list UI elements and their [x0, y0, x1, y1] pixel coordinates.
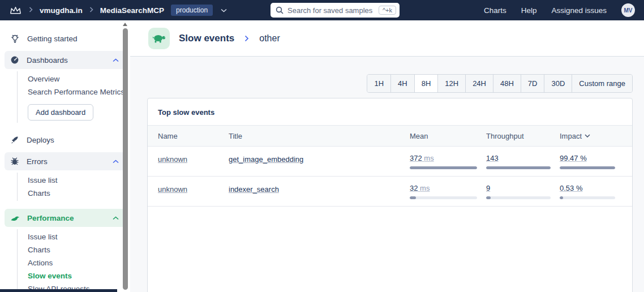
sidebar-section-performance[interactable]: Performance	[5, 209, 126, 227]
sidebar-item-perf-slow-events[interactable]: Slow events	[18, 269, 130, 282]
sidebar-item-overview[interactable]: Overview	[18, 72, 130, 85]
sidebar-sublist-dashboards: Overview Search Performance Metrics Add …	[17, 71, 130, 123]
scrollbar-up-arrow[interactable]	[123, 23, 127, 26]
chevron-up-icon	[113, 160, 119, 164]
table-row: unknown get_image_embedding 372 ms 143 9…	[148, 147, 632, 177]
table-header-row: Name Title Mean Throughput Impact	[148, 126, 632, 147]
sidebar-section-errors[interactable]: Errors	[5, 152, 126, 170]
search-box[interactable]: ^+k	[271, 3, 400, 18]
event-title-link[interactable]: get_image_embedding	[229, 155, 303, 164]
throughput-bar	[486, 196, 551, 199]
event-title-link[interactable]: indexer_search	[229, 185, 279, 194]
chevron-right-icon	[89, 7, 93, 14]
throughput-cell: 9	[486, 184, 560, 199]
impact-cell: 0.53 %	[560, 184, 624, 199]
horizontal-scrollbar-thumb[interactable]	[0, 289, 117, 292]
top-slow-events-panel: Top slow events Name Title Mean Throughp…	[147, 98, 633, 292]
mean-value-link[interactable]: 32 ms	[410, 184, 477, 192]
time-range-8h[interactable]: 8H	[414, 75, 438, 92]
sidebar-section-dashboards[interactable]: Dashboards	[5, 51, 126, 69]
bug-icon	[10, 157, 19, 166]
page-header: Slow events other	[130, 20, 644, 57]
time-range-selector: 1H 4H 8H 12H 24H 48H 7D 30D Custom range	[367, 74, 633, 93]
time-range-48h[interactable]: 48H	[493, 75, 521, 92]
scoutapm-logo-icon[interactable]	[9, 5, 22, 15]
time-range-7d[interactable]: 7D	[521, 75, 544, 92]
column-header-title[interactable]: Title	[229, 132, 410, 140]
bird-icon	[10, 214, 20, 222]
sidebar-item-perf-charts[interactable]: Charts	[18, 243, 130, 256]
topbar-link-assigned-issues[interactable]: Assigned issues	[551, 6, 607, 15]
sidebar-section-label: Dashboards	[27, 56, 68, 65]
time-range-row: 1H 4H 8H 12H 24H 48H 7D 30D Custom range	[130, 57, 644, 93]
turtle-icon	[148, 28, 170, 49]
sidebar-item-label: Deploys	[27, 136, 54, 144]
mean-value-link[interactable]: 372 ms	[410, 154, 477, 162]
topbar-link-charts[interactable]: Charts	[484, 6, 506, 15]
event-name-link[interactable]: unknown	[158, 155, 187, 164]
impact-bar	[560, 196, 615, 199]
topbar-breadcrumb: vmugdha.in MediaSearchMCP production	[9, 5, 227, 16]
impact-bar	[560, 166, 615, 169]
sidebar-item-perf-actions[interactable]: Actions	[18, 256, 130, 269]
sidebar-item-perf-issue-list[interactable]: Issue list	[18, 230, 130, 243]
mean-bar	[410, 166, 477, 169]
chevron-up-icon	[113, 58, 119, 62]
sidebar-item-label: Getting started	[27, 35, 78, 43]
breadcrumb-org[interactable]: vmugdha.in	[40, 6, 83, 15]
sidebar-section-label: Errors	[27, 157, 48, 166]
rocket-icon	[10, 135, 19, 144]
column-header-mean[interactable]: Mean	[410, 132, 486, 140]
chevron-up-icon	[113, 216, 119, 220]
chevron-down-icon[interactable]	[221, 8, 227, 12]
time-range-24h[interactable]: 24H	[465, 75, 493, 92]
add-dashboard-button[interactable]: Add dashboard	[28, 104, 93, 121]
sidebar-section-label: Performance	[27, 214, 74, 222]
lightbulb-icon	[10, 34, 20, 44]
mean-cell: 372 ms	[410, 154, 486, 169]
throughput-bar	[486, 166, 551, 169]
impact-value-link[interactable]: 99.47 %	[560, 154, 615, 162]
mean-cell: 32 ms	[410, 184, 486, 199]
vertical-scrollbar-thumb[interactable]	[123, 28, 128, 290]
column-header-name[interactable]: Name	[158, 132, 229, 140]
environment-badge[interactable]: production	[171, 5, 213, 16]
search-icon	[276, 6, 284, 14]
topbar-link-help[interactable]: Help	[521, 6, 537, 15]
topbar-links: Charts Help Assigned issues MV	[484, 3, 635, 17]
search-input[interactable]	[287, 6, 379, 15]
mean-bar	[410, 196, 477, 199]
impact-value-link[interactable]: 0.53 %	[560, 184, 615, 192]
sidebar-item-search-performance-metrics[interactable]: Search Performance Metrics	[18, 85, 130, 98]
breadcrumb-current: other	[259, 33, 280, 44]
page-title: Slow events	[179, 33, 234, 44]
table-row: unknown indexer_search 32 ms 9 0.53 %	[148, 177, 632, 207]
throughput-cell: 143	[486, 154, 560, 169]
sort-chevron-down-icon	[585, 134, 590, 138]
avatar[interactable]: MV	[621, 3, 635, 17]
breadcrumb-app[interactable]: MediaSearchMCP	[100, 6, 164, 15]
breadcrumb-chevron-icon	[244, 35, 249, 42]
time-range-30d[interactable]: 30D	[544, 75, 572, 92]
impact-cell: 99.47 %	[560, 154, 624, 169]
sidebar-item-errors-charts[interactable]: Charts	[18, 187, 130, 200]
sidebar: Getting started Dashboards Overview Sear…	[0, 20, 130, 292]
chevron-right-icon	[29, 7, 33, 14]
topbar: vmugdha.in MediaSearchMCP production ^+k…	[0, 0, 644, 20]
main-area: Slow events other 1H 4H 8H 12H 24H 48H 7…	[130, 20, 644, 292]
gauge-icon	[10, 55, 19, 65]
time-range-4h[interactable]: 4H	[390, 75, 414, 92]
event-name-link[interactable]: unknown	[158, 185, 187, 194]
sidebar-item-deploys[interactable]: Deploys	[0, 131, 130, 149]
keyboard-shortcut-badge: ^+k	[379, 6, 396, 15]
sidebar-item-getting-started[interactable]: Getting started	[0, 29, 130, 48]
time-range-custom[interactable]: Custom range	[572, 75, 632, 92]
time-range-1h[interactable]: 1H	[367, 75, 390, 92]
sidebar-item-errors-issue-list[interactable]: Issue list	[18, 174, 130, 187]
throughput-value-link[interactable]: 143	[486, 154, 551, 162]
column-header-throughput[interactable]: Throughput	[486, 132, 560, 140]
panel-title: Top slow events	[148, 98, 632, 126]
time-range-12h[interactable]: 12H	[437, 75, 465, 92]
throughput-value-link[interactable]: 9	[486, 184, 551, 192]
column-header-impact[interactable]: Impact	[560, 132, 624, 140]
